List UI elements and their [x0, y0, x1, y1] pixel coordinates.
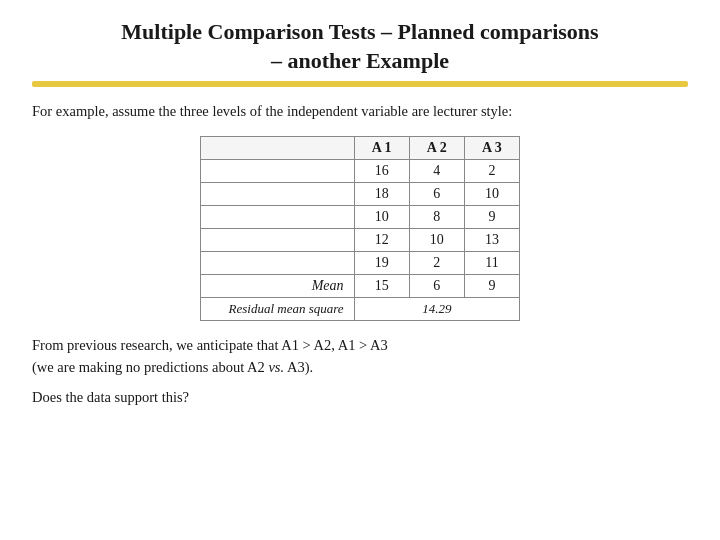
residual-row: Residual mean square 14.29 — [201, 298, 520, 321]
mean-label: Mean — [201, 275, 355, 298]
comparison-table: A 1 A 2 A 3 16 4 2 18 6 10 10 8 9 12 10 … — [200, 136, 520, 321]
header-a1: A 1 — [354, 137, 409, 160]
header-a2: A 2 — [409, 137, 464, 160]
table-header-row: A 1 A 2 A 3 — [201, 137, 520, 160]
data-table-container: A 1 A 2 A 3 16 4 2 18 6 10 10 8 9 12 10 … — [32, 136, 688, 321]
table-row: 10 8 9 — [201, 206, 520, 229]
residual-label: Residual mean square — [201, 298, 355, 321]
mean-row: Mean 15 6 9 — [201, 275, 520, 298]
conclusion-2: Does the data support this? — [32, 387, 688, 409]
header-a3: A 3 — [464, 137, 519, 160]
header-empty — [201, 137, 355, 160]
table-row: 16 4 2 — [201, 160, 520, 183]
residual-value: 14.29 — [354, 298, 519, 321]
title-underline — [32, 81, 688, 87]
table-row: 18 6 10 — [201, 183, 520, 206]
table-row: 19 2 11 — [201, 252, 520, 275]
intro-text: For example, assume the three levels of … — [32, 101, 688, 122]
page-title: Multiple Comparison Tests – Planned comp… — [32, 18, 688, 75]
conclusion-1: From previous research, we anticipate th… — [32, 335, 688, 379]
table-row: 12 10 13 — [201, 229, 520, 252]
